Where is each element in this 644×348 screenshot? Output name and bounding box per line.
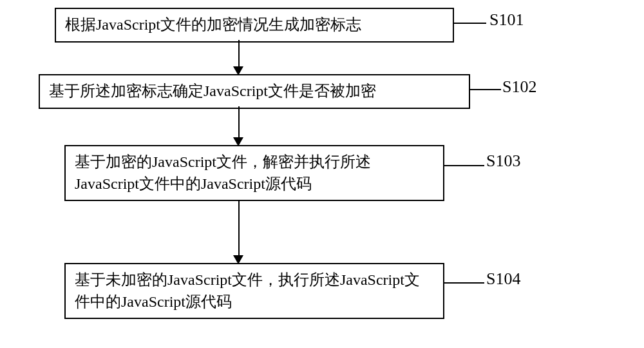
label-connector-2	[470, 89, 501, 90]
step-box-3: 基于加密的JavaScript文件，解密并执行所述JavaScript文件中的J…	[64, 145, 444, 201]
step-label-1: S101	[489, 10, 524, 30]
step-box-1: 根据JavaScript文件的加密情况生成加密标志	[55, 8, 454, 43]
step-box-4: 基于未加密的JavaScript文件，执行所述JavaScript文件中的Jav…	[64, 263, 444, 319]
arrow-1	[238, 40, 240, 66]
step-label-2: S102	[502, 77, 536, 97]
step-label-3: S103	[486, 151, 520, 171]
step-box-2: 基于所述加密标志确定JavaScript文件是否被加密	[39, 74, 470, 109]
step-text-2: 基于所述加密标志确定JavaScript文件是否被加密	[49, 82, 376, 99]
step-label-4: S104	[486, 269, 520, 289]
label-connector-3	[444, 165, 484, 166]
step-text-1: 根据JavaScript文件的加密情况生成加密标志	[65, 16, 361, 33]
arrow-3	[238, 200, 240, 255]
label-connector-1	[454, 23, 486, 24]
step-text-4: 基于未加密的JavaScript文件，执行所述JavaScript文件中的Jav…	[75, 271, 420, 310]
flowchart-container: 根据JavaScript文件的加密情况生成加密标志 S101 基于所述加密标志确…	[0, 0, 644, 348]
arrow-2	[238, 106, 240, 137]
label-connector-4	[444, 282, 484, 284]
step-text-3: 基于加密的JavaScript文件，解密并执行所述JavaScript文件中的J…	[75, 153, 371, 192]
